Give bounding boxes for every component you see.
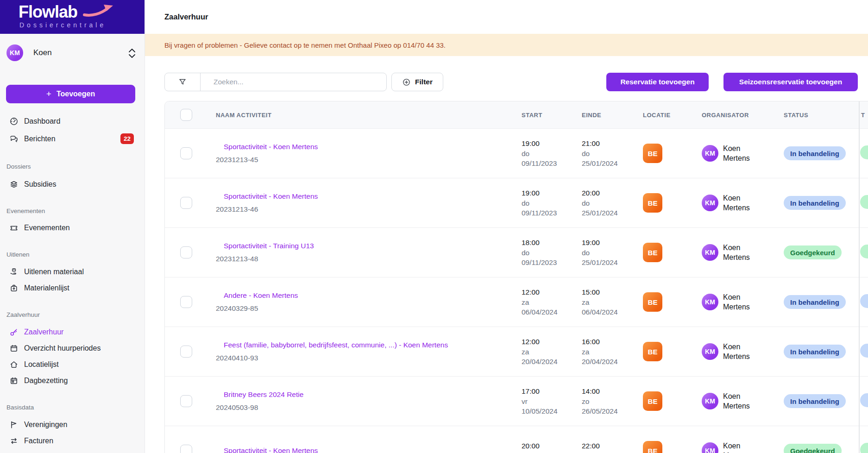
sidebar-item-dagbezetting[interactable]: Dagbezetting (9, 375, 68, 386)
flag-icon (9, 420, 19, 429)
logo-title: Flowlab (19, 3, 145, 21)
status-badge: In behandeling (784, 295, 846, 309)
notice-banner: Bij vragen of problemen - Gelieve contac… (145, 34, 868, 56)
end-date: 06/04/2024 (582, 307, 618, 317)
sidebar-item-overzicht-huurperiodes[interactable]: Overzicht huurperiodes (9, 343, 101, 354)
end-day: do (582, 148, 618, 158)
activity-link[interactable]: Sportactiviteit - Koen Mertens (224, 444, 318, 453)
sidebar-item-evenementen[interactable]: Evenementen (9, 222, 70, 233)
notification-badge: 22 (120, 133, 134, 144)
status-cell: In behandeling (784, 196, 846, 210)
start-day: vr (522, 396, 558, 406)
calendar-icon (9, 344, 19, 353)
table-row[interactable]: Feest (familie, babyborrel, bedrijfsfees… (165, 327, 868, 376)
activity-id: 20231213-45 (216, 153, 318, 166)
search-funnel-segment[interactable] (165, 73, 201, 91)
sidebar-item-label: Dashboard (24, 117, 60, 126)
start-day: do (522, 247, 557, 258)
circle-plus-icon (402, 78, 411, 87)
add-button[interactable]: + Toevoegen (6, 85, 135, 103)
activity-cell: Britney Beers 2024 Retie 20240503-98 (216, 388, 303, 414)
activity-id: 20240410-93 (216, 352, 448, 365)
type-cell (860, 145, 868, 161)
home-icon (9, 360, 19, 369)
sidebar-item-locatielijst[interactable]: Locatielijst (9, 359, 59, 370)
column-header-status: STATUS (784, 112, 808, 119)
start-day: za (522, 346, 558, 357)
add-reservation-button[interactable]: Reservatie toevoegen (606, 73, 709, 91)
sidebar-item-zaalverhuur[interactable]: Zaalverhuur (9, 327, 63, 338)
table-row[interactable]: Sportactiviteit - Koen Mertens 20:00 di … (165, 426, 868, 453)
sidebar-item-berichten[interactable]: Berichten (9, 133, 56, 145)
sidebar-item-facturen[interactable]: Facturen (9, 435, 53, 447)
search-input[interactable] (201, 78, 386, 86)
row-checkbox[interactable] (180, 445, 192, 453)
row-checkbox[interactable] (180, 147, 192, 159)
start-date: 09/11/2023 (522, 208, 557, 218)
row-checkbox[interactable] (180, 296, 192, 308)
start-cell: 19:00 do 09/11/2023 (522, 138, 557, 169)
end-cell: 19:00 do 25/01/2024 (582, 238, 618, 268)
organisator-name: Koen Mertens (723, 243, 758, 262)
logo-arrow-icon (82, 4, 115, 18)
organisator-cell: KM Koen Mertens (702, 292, 758, 312)
activity-link[interactable]: Sportactiviteit - Training U13 (224, 239, 314, 252)
filter-button[interactable]: Filter (391, 73, 443, 91)
type-badge (860, 145, 868, 159)
location-cell: BE (643, 391, 662, 411)
start-time: 19:00 (522, 138, 557, 149)
sidebar-item-uitlenen-materiaal[interactable]: Uitlenen materiaal (9, 266, 84, 277)
user-menu[interactable]: KM Koen (0, 42, 145, 64)
sidebar-item-label: Overzicht huurperiodes (24, 344, 101, 352)
organisator-avatar: KM (702, 343, 718, 360)
start-date: 20/04/2024 (522, 357, 558, 367)
end-date: 25/01/2024 (582, 158, 618, 169)
table-row[interactable]: Sportactiviteit - Koen Mertens 20231213-… (165, 178, 868, 227)
funnel-icon (178, 78, 187, 86)
activity-id: 20240503-98 (216, 401, 303, 414)
organisator-name: Koen Mertens (723, 441, 758, 453)
start-time: 17:00 (522, 386, 558, 396)
transfer-arrows-icon (9, 436, 19, 446)
end-day: za (582, 346, 618, 357)
table-row[interactable]: Britney Beers 2024 Retie 20240503-98 17:… (165, 376, 868, 426)
start-day: do (522, 198, 557, 208)
layers-icon (9, 180, 19, 189)
organisator-avatar: KM (702, 442, 718, 453)
row-checkbox[interactable] (180, 395, 192, 407)
row-checkbox[interactable] (180, 197, 192, 209)
sidebar-item-subsidies[interactable]: Subsidies (9, 179, 56, 190)
activity-link[interactable]: Sportactiviteit - Koen Mertens (224, 190, 318, 203)
table-row[interactable]: Andere - Koen Mertens 20240329-85 12:00 … (165, 277, 868, 327)
activity-link[interactable]: Sportactiviteit - Koen Mertens (224, 140, 318, 153)
start-time: 18:00 (522, 238, 557, 248)
activity-link[interactable]: Britney Beers 2024 Retie (224, 388, 303, 401)
row-checkbox[interactable] (180, 346, 192, 358)
activity-cell: Sportactiviteit - Training U13 20231213-… (216, 239, 314, 265)
end-cell: 15:00 za 06/04/2024 (582, 287, 618, 317)
location-badge: BE (643, 391, 662, 411)
table-row[interactable]: Sportactiviteit - Training U13 20231213-… (165, 227, 868, 277)
add-season-reservation-button[interactable]: Seizoensreservatie toevoegen (723, 73, 858, 91)
chat-icon (9, 134, 19, 144)
table-row[interactable]: Sportactiviteit - Koen Mertens 20231213-… (165, 128, 868, 178)
chevron-updown-icon[interactable] (127, 47, 137, 59)
table-body: Sportactiviteit - Koen Mertens 20231213-… (165, 128, 868, 453)
sidebar-item-dashboard[interactable]: Dashboard (9, 116, 60, 127)
sidebar-item-label: Uitlenen materiaal (24, 268, 84, 276)
organisator-cell: KM Koen Mertens (702, 243, 758, 262)
sidebar-item-verenigingen[interactable]: Verenigingen (9, 419, 67, 430)
activity-cell: Sportactiviteit - Koen Mertens (216, 444, 318, 453)
sidebar-item-label: Verenigingen (24, 421, 67, 429)
location-cell: BE (643, 292, 662, 312)
activity-link[interactable]: Andere - Koen Mertens (224, 289, 298, 302)
sidebar-item-materialenlijst[interactable]: Materialenlijst (9, 283, 69, 294)
start-cell: 18:00 do 09/11/2023 (522, 238, 557, 268)
row-checkbox[interactable] (180, 246, 192, 258)
select-all-checkbox[interactable] (180, 109, 192, 121)
organisator-name: Koen Mertens (723, 342, 758, 361)
end-time: 16:00 (582, 337, 618, 347)
location-cell: BE (643, 193, 662, 213)
activity-link[interactable]: Feest (familie, babyborrel, bedrijfsfees… (224, 339, 448, 352)
main-area: Zaalverhuur Bij vragen of problemen - Ge… (145, 0, 868, 453)
